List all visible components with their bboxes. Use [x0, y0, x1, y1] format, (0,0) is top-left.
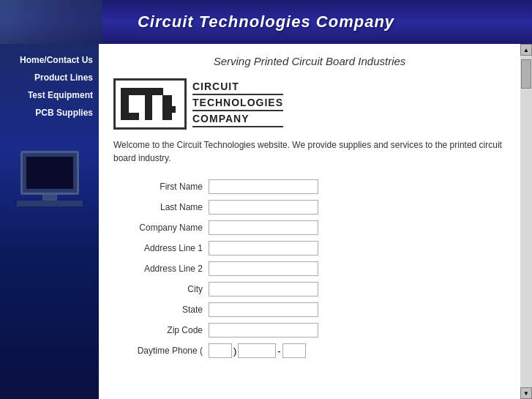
stand-icon — [42, 195, 57, 201]
scrollbar-track[interactable] — [520, 56, 532, 387]
phone-separator: - — [277, 346, 280, 357]
city-row: City — [113, 282, 506, 297]
contact-form: First Name Last Name Company Name Addres… — [113, 179, 506, 358]
screen-icon — [26, 157, 73, 189]
last-name-label: Last Name — [113, 202, 209, 212]
page-subtitle: Serving Printed Circuit Board Industries — [113, 55, 506, 67]
city-input[interactable] — [209, 282, 318, 297]
sidebar-item-pcb-supplies[interactable]: PCB Supplies — [0, 104, 99, 122]
svg-rect-1 — [145, 88, 152, 120]
welcome-text: Welcome to the Circuit Technologies webs… — [113, 138, 506, 165]
zip-code-label: Zip Code — [113, 325, 209, 335]
sidebar-item-home[interactable]: Home/Contact Us — [0, 51, 99, 69]
scroll-down-button[interactable]: ▼ — [520, 387, 532, 399]
company-name-label: Company Name — [113, 223, 209, 233]
phone-ext-input[interactable] — [282, 343, 306, 358]
last-name-input[interactable] — [209, 200, 318, 215]
phone-label: Daytime Phone ( — [113, 346, 209, 356]
phone-inputs-group: ) - — [209, 343, 306, 358]
logo-line-1: CIRCUIT — [192, 81, 283, 95]
state-input[interactable] — [209, 302, 318, 317]
address-line-2-label: Address Line 2 — [113, 264, 209, 274]
base-icon — [17, 201, 83, 206]
scrollbar-thumb[interactable] — [521, 59, 531, 89]
phone-row: Daytime Phone ( ) - — [113, 343, 506, 358]
first-name-input[interactable] — [209, 179, 318, 194]
zip-code-input[interactable] — [209, 323, 318, 338]
monitor-icon — [20, 151, 79, 195]
logo-area: CIRCUIT TECHNOLOGIES COMPANY — [113, 78, 506, 130]
address-line-1-input[interactable] — [209, 241, 318, 256]
svg-rect-2 — [162, 106, 176, 113]
sidebar-item-product-lines[interactable]: Product Lines — [0, 69, 99, 86]
city-label: City — [113, 284, 209, 294]
phone-close-paren: ) — [233, 346, 236, 357]
page-header: Circuit Technologies Company — [0, 0, 532, 44]
logo-line-3: COMPANY — [192, 113, 283, 127]
first-name-label: First Name — [113, 182, 209, 192]
header-bg-decoration — [0, 0, 102, 44]
sidebar: Home/Contact Us Product Lines Test Equip… — [0, 44, 99, 399]
company-name-row: Company Name — [113, 220, 506, 235]
ctc-logo-svg — [117, 81, 183, 127]
company-logo — [113, 78, 187, 130]
logo-line-2: TECHNOLOGIES — [192, 97, 283, 111]
sidebar-item-test-equipment[interactable]: Test Equipment — [0, 86, 99, 104]
state-row: State — [113, 302, 506, 317]
content-area: Serving Printed Circuit Board Industries… — [99, 44, 520, 399]
phone-area-input[interactable] — [209, 343, 232, 358]
last-name-row: Last Name — [113, 200, 506, 215]
address-line-2-row: Address Line 2 — [113, 261, 506, 276]
phone-main-input[interactable] — [238, 343, 276, 358]
address-line-1-label: Address Line 1 — [113, 243, 209, 253]
address-line-2-input[interactable] — [209, 261, 318, 276]
address-line-1-row: Address Line 1 — [113, 241, 506, 256]
zip-code-row: Zip Code — [113, 323, 506, 338]
main-layout: Home/Contact Us Product Lines Test Equip… — [0, 44, 532, 399]
state-label: State — [113, 305, 209, 315]
scrollbar[interactable]: ▲ ▼ — [520, 44, 532, 399]
first-name-row: First Name — [113, 179, 506, 194]
site-title: Circuit Technologies Company — [138, 12, 394, 31]
company-name-input[interactable] — [209, 220, 318, 235]
scroll-up-button[interactable]: ▲ — [520, 44, 532, 56]
sidebar-decoration — [0, 151, 99, 206]
logo-text: CIRCUIT TECHNOLOGIES COMPANY — [192, 81, 283, 127]
